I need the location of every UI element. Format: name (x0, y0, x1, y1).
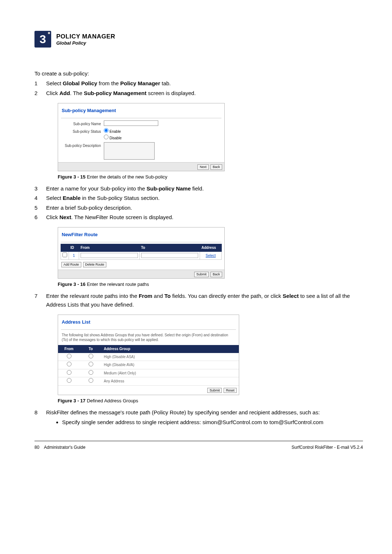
step-4: Select Enable in the Sub-policy Status s… (34, 194, 363, 202)
window-title: Address List (58, 315, 239, 328)
to-radio[interactable] (89, 354, 93, 358)
address-list-window: Address List The following list shows Ad… (58, 315, 239, 395)
back-button[interactable]: Back (211, 272, 222, 277)
subpolicy-name-field[interactable] (104, 120, 158, 126)
subpolicy-name-label: Sub-policy Name (58, 120, 101, 127)
window-title: Sub-policy Management (58, 103, 224, 116)
intro-text: To create a sub-policy: (34, 69, 363, 78)
next-button[interactable]: Next (197, 164, 209, 170)
table-row: High (Disable ASA) (58, 353, 239, 361)
step-3: Enter a name for your Sub-policy into th… (34, 184, 363, 193)
section-title: POLICY MANAGER (56, 33, 115, 40)
step-5: Enter a brief Sub-policy description. (34, 204, 363, 212)
to-radio[interactable] (89, 370, 93, 375)
col-to: To (80, 345, 102, 353)
subpolicy-description-label: Sub-policy Description (58, 142, 101, 149)
group-name: High (Disable AVA) (102, 361, 239, 369)
add-route-button[interactable]: Add Route (61, 262, 81, 267)
submit-button[interactable]: Submit (207, 388, 222, 393)
page-number: 80 (34, 445, 39, 450)
delete-route-button[interactable]: Delete Route (83, 262, 107, 267)
back-button[interactable]: Back (211, 164, 222, 170)
figure-3-17: Address List The following list shows Ad… (58, 315, 363, 405)
to-radio[interactable] (89, 378, 93, 383)
address-list-description: The following list shows Address Groups … (58, 331, 239, 345)
group-name: High (Disable ASA) (102, 353, 239, 361)
subpolicy-management-window: Sub-policy Management Sub-policy Name Su… (58, 103, 225, 171)
status-enable-radio[interactable]: Enable (104, 130, 121, 134)
route-row: 1 Select (61, 251, 222, 260)
figure-3-15: Sub-policy Management Sub-policy Name Su… (58, 103, 363, 181)
col-id: ID (69, 244, 79, 252)
from-radio[interactable] (67, 370, 72, 375)
group-name: Any Address (102, 377, 239, 386)
subpolicy-description-field[interactable] (104, 142, 155, 160)
from-radio[interactable] (67, 354, 72, 358)
from-radio[interactable] (67, 378, 72, 383)
chapter-number-badge: 3 (34, 31, 51, 48)
page-header: 3 POLICY MANAGER Global Policy (34, 31, 363, 48)
submit-button[interactable]: Submit (194, 272, 209, 277)
from-field[interactable] (81, 253, 138, 258)
body-content: To create a sub-policy: Select Global Po… (34, 69, 363, 451)
procedure-list: Select Global Policy from the Policy Man… (34, 79, 363, 426)
section-subtitle: Global Policy (56, 40, 115, 46)
figure-3-17-caption: Figure 3 - 17 Defined Address Groups (58, 397, 363, 405)
group-name: Medium (Alert Only) (102, 369, 239, 377)
row-checkbox[interactable] (62, 253, 67, 257)
col-from: From (79, 244, 140, 252)
figure-3-16: NewFilter Route ID From To Address 1 (58, 227, 363, 288)
newfilter-route-window: NewFilter Route ID From To Address 1 (58, 227, 225, 279)
figure-3-15-caption: Figure 3 - 15 Enter the details of the n… (58, 173, 363, 181)
window-title: NewFilter Route (58, 227, 224, 241)
bullet-item: Specify single sender address to single … (62, 418, 363, 426)
reset-button[interactable]: Reset (224, 388, 237, 393)
col-from: From (58, 345, 80, 353)
footer-rule (34, 441, 363, 441)
step-1: Select Global Policy from the Policy Man… (34, 79, 363, 87)
step-7: Enter the relevant route paths into the … (34, 292, 363, 404)
step-8: RiskFilter defines the message's route p… (34, 408, 363, 427)
to-field[interactable] (141, 253, 199, 258)
table-row: Any Address (58, 377, 239, 386)
status-disable-radio[interactable]: Disable (104, 136, 122, 140)
subpolicy-status-label: Sub-policy Status (58, 128, 101, 135)
from-radio[interactable] (67, 362, 72, 366)
col-checkbox (61, 244, 69, 252)
col-to: To (139, 244, 200, 252)
footer-right-text: SurfControl RiskFilter - E-mail V5.2.4 (291, 444, 363, 451)
row-id: 1 (69, 251, 79, 260)
step-6: Click Next. The NewFilter Route screen i… (34, 213, 363, 288)
table-row: High (Disable AVA) (58, 361, 239, 369)
col-address: Address (200, 244, 222, 252)
route-table: ID From To Address 1 Select (61, 244, 222, 260)
figure-3-16-caption: Figure 3 - 16 Enter the relevant route p… (58, 281, 363, 288)
to-radio[interactable] (89, 362, 93, 366)
page-footer: 80 Administrator's Guide SurfControl Ris… (34, 444, 363, 451)
footer-left-text: Administrator's Guide (44, 445, 85, 450)
step-2: Click Add. The Sub-policy Management scr… (34, 89, 363, 181)
col-address-group: Address Group (102, 345, 239, 353)
address-group-table: From To Address Group High (Disable ASA) (58, 345, 239, 386)
select-link[interactable]: Select (206, 254, 216, 258)
table-row: Medium (Alert Only) (58, 369, 239, 377)
